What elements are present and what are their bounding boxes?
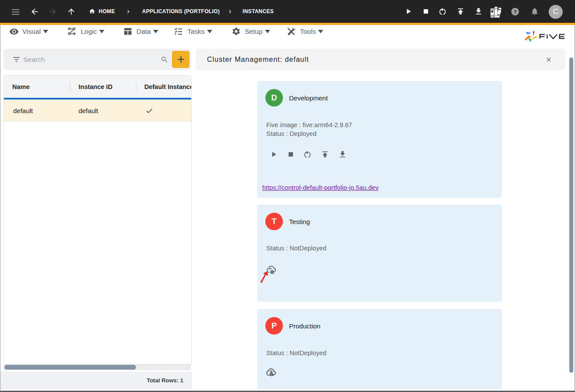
svg-text:?: ? <box>514 9 517 14</box>
